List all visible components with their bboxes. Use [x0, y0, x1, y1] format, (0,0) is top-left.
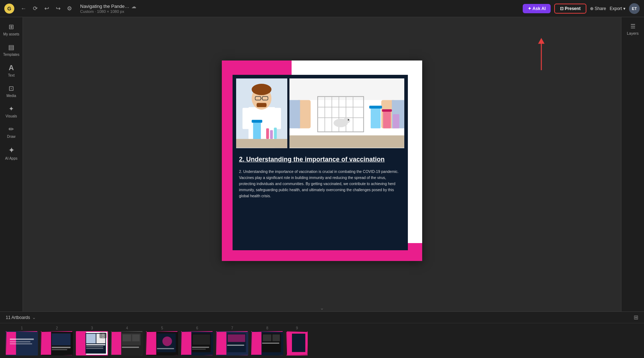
thumb-inner-2 [42, 332, 72, 355]
svg-rect-52 [77, 332, 86, 355]
templates-icon: ▤ [8, 43, 14, 51]
svg-rect-75 [192, 349, 206, 349]
left-sidebar: ⊞ My assets ▤ Templates A Text ⊡ Media ✦… [0, 17, 23, 311]
export-button[interactable]: Export ▾ [610, 6, 625, 11]
svg-rect-48 [52, 333, 71, 345]
app-logo[interactable]: G [4, 4, 14, 14]
cloud-icon: ☁ [131, 4, 136, 9]
visuals-icon: ✦ [9, 105, 14, 113]
thumb-wrapper-2: 2 [41, 326, 73, 355]
svg-rect-58 [86, 348, 103, 349]
svg-rect-50 [52, 349, 67, 350]
svg-rect-17 [274, 127, 277, 139]
avatar[interactable]: ET [629, 3, 640, 14]
sidebar-item-templates[interactable]: ▤ Templates [1, 40, 21, 59]
scientist-svg-2 [289, 78, 404, 148]
sidebar-item-text-label: Text [8, 73, 14, 77]
back-button[interactable]: ← [19, 4, 29, 14]
thumb-wrapper-1: 1 [6, 326, 38, 355]
thumb-inner-4 [112, 332, 142, 355]
thumb-3[interactable]: ⋮ [76, 331, 108, 355]
filmstrip-chevron-icon[interactable]: ⌄ [32, 315, 36, 320]
undo-button[interactable]: ↩ [42, 4, 52, 14]
media-icon: ⊡ [9, 84, 14, 92]
filmstrip-grid-button[interactable]: ⊞ [634, 314, 638, 321]
history-button[interactable]: ⟳ [30, 4, 40, 14]
slide-text-area: 2. Understanding the importance of vacci… [236, 152, 404, 202]
thumb-num-3: 3 [91, 326, 93, 330]
sidebar-item-visuals-label: Visuals [5, 114, 17, 118]
settings-button[interactable]: ⚙ [64, 4, 74, 14]
thumb-inner-1 [6, 332, 37, 355]
thumb-num-4: 4 [126, 326, 128, 330]
thumb-svg-5 [147, 331, 177, 355]
artboard[interactable]: 2. Understanding the importance of vacci… [222, 61, 422, 261]
thumb-wrapper-3: 3 ⋮ [76, 326, 108, 355]
svg-rect-49 [52, 347, 71, 348]
svg-rect-11 [273, 108, 281, 129]
thumb-num-9: 9 [296, 326, 298, 330]
svg-rect-56 [86, 344, 106, 345]
present-button[interactable]: ⊡ Present [554, 4, 586, 14]
thumb-svg-8 [252, 331, 283, 355]
thumb-3-options[interactable]: ⋮ [99, 333, 107, 338]
ask-ai-button[interactable]: ✦ Ask AI [523, 4, 551, 13]
redo-button[interactable]: ↪ [53, 4, 63, 14]
svg-rect-6 [257, 103, 267, 107]
thumb-svg-2 [42, 331, 72, 355]
thumb-num-7: 7 [231, 326, 233, 330]
svg-rect-37 [383, 111, 391, 128]
svg-rect-85 [272, 334, 280, 341]
thumb-8[interactable] [251, 331, 283, 355]
layers-icon: ☰ [630, 23, 635, 30]
svg-rect-10 [243, 108, 250, 129]
thumb-9[interactable] [286, 331, 308, 355]
sidebar-item-templates-label: Templates [3, 53, 20, 57]
svg-point-34 [348, 119, 349, 121]
svg-marker-1 [538, 38, 545, 44]
svg-rect-66 [147, 332, 156, 355]
thumb-svg-1 [6, 331, 37, 355]
thumb-6[interactable] [181, 331, 213, 355]
filmstrip-title: 11 Artboards ⌄ [6, 315, 36, 320]
svg-rect-74 [192, 347, 209, 348]
topbar-right: ✦ Ask AI ⊡ Present ⊕ Share Export ▾ ET [523, 3, 640, 14]
my-assets-icon: ⊞ [9, 23, 14, 31]
svg-rect-16 [270, 130, 273, 139]
thumb-7[interactable] [216, 331, 248, 355]
thumb-inner-5 [147, 332, 177, 355]
filmstrip-scroll[interactable]: 1 2 [0, 323, 644, 358]
sidebar-item-text[interactable]: A Text [1, 61, 21, 80]
dark-card: 2. Understanding the importance of vacci… [233, 75, 408, 250]
thumb-4[interactable] [111, 331, 143, 355]
thumb-inner-9 [287, 332, 307, 355]
svg-point-33 [343, 118, 350, 124]
collapse-button[interactable]: ⌄ [320, 305, 324, 311]
svg-rect-88 [292, 333, 305, 352]
svg-rect-57 [86, 346, 103, 347]
svg-rect-77 [217, 332, 226, 355]
svg-rect-73 [193, 334, 210, 345]
sidebar-item-my-assets[interactable]: ⊞ My assets [1, 20, 21, 39]
sidebar-item-ai-apps[interactable]: ✦ AI Apps [1, 143, 21, 163]
sidebar-item-ai-apps-label: AI Apps [5, 156, 17, 160]
sidebar-item-draw[interactable]: ✏ Draw [1, 122, 21, 141]
layers-label: Layers [627, 31, 639, 35]
thumb-1[interactable] [6, 331, 38, 355]
svg-rect-36 [369, 106, 382, 108]
thumb-wrapper-6: 6 [181, 326, 213, 355]
sidebar-item-visuals[interactable]: ✦ Visuals [1, 102, 21, 121]
svg-rect-82 [252, 332, 262, 355]
svg-rect-71 [182, 332, 191, 355]
thumb-5[interactable] [146, 331, 178, 355]
layers-button[interactable]: ☰ Layers [625, 20, 640, 38]
draw-icon: ✏ [9, 125, 14, 133]
thumb-svg-6 [182, 331, 213, 355]
canvas-collapse[interactable]: ⌄ [23, 304, 621, 311]
thumb-2[interactable] [41, 331, 73, 355]
share-button[interactable]: ⊕ Share [590, 6, 606, 11]
svg-rect-64 [122, 347, 139, 348]
sidebar-item-draw-label: Draw [7, 135, 15, 139]
thumb-svg-7 [217, 331, 248, 355]
sidebar-item-media[interactable]: ⊡ Media [1, 82, 21, 101]
